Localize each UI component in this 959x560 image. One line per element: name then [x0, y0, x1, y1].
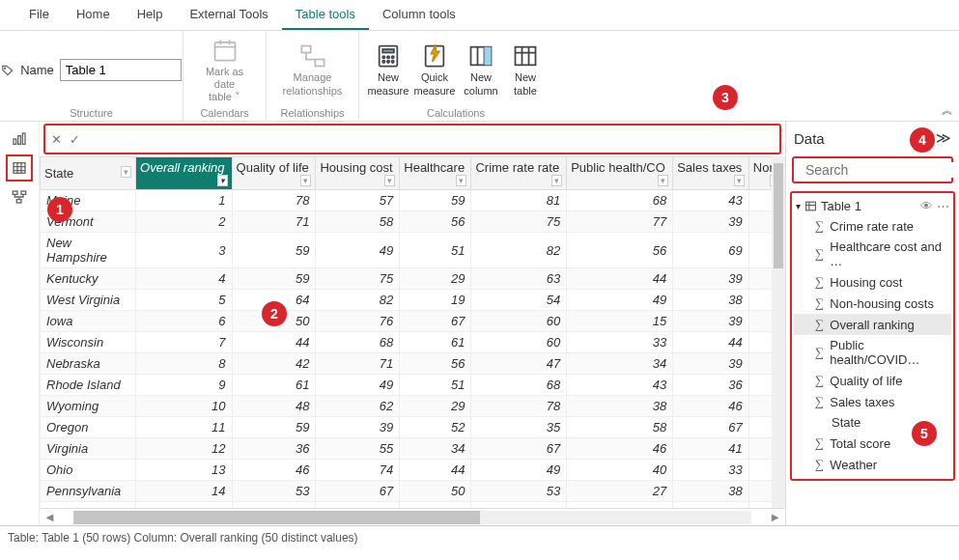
cancel-formula-icon[interactable]: ✕ — [51, 132, 62, 147]
cell[interactable]: 76 — [316, 311, 400, 332]
cell[interactable]: New Hampshire — [41, 233, 136, 268]
column-header[interactable]: Quality of life▾ — [232, 157, 316, 190]
table-row[interactable]: Kentucky4597529634439 — [41, 268, 785, 290]
table-row[interactable]: Virginia12365534674641 — [41, 438, 785, 460]
cell[interactable]: 63 — [471, 268, 567, 290]
cell[interactable]: 57 — [316, 190, 400, 211]
column-header[interactable]: Housing cost▾ — [316, 157, 400, 190]
menu-item-external-tools[interactable]: External Tools — [176, 0, 281, 30]
cell[interactable]: 49 — [567, 290, 673, 311]
cell[interactable]: 52 — [471, 502, 567, 509]
cell[interactable]: 39 — [673, 311, 749, 332]
cell[interactable]: Kentucky — [41, 268, 136, 290]
new-measure-button[interactable]: Newmeasure — [365, 42, 411, 97]
cell[interactable]: 51 — [400, 233, 471, 268]
cell[interactable]: 49 — [471, 460, 567, 481]
cell[interactable]: 77 — [567, 211, 673, 233]
table-row[interactable]: Oregon11593952355867 — [41, 417, 785, 438]
cell[interactable]: 14 — [136, 481, 233, 502]
column-filter-caret[interactable]: ▾ — [734, 175, 745, 186]
commit-formula-icon[interactable]: ✓ — [70, 132, 80, 147]
visibility-icon[interactable]: 👁 — [920, 199, 933, 213]
new-column-button[interactable]: Newcolumn — [458, 42, 504, 97]
cell[interactable]: 74 — [316, 460, 400, 481]
field-item[interactable]: ∑Housing cost — [794, 271, 951, 293]
table-row[interactable]: West Virginia5648219544938 — [41, 290, 785, 311]
cell[interactable]: 33 — [567, 332, 673, 353]
cell[interactable]: Delaware — [41, 502, 136, 509]
cell[interactable]: 35 — [471, 417, 567, 438]
field-item[interactable]: ∑Crime rate rate — [794, 215, 951, 237]
cell[interactable]: 41 — [673, 438, 749, 460]
cell[interactable]: 69 — [673, 233, 749, 268]
cell[interactable]: 53 — [232, 481, 316, 502]
cell[interactable]: 2 — [136, 211, 233, 233]
field-item[interactable]: ∑Overall ranking — [794, 314, 951, 335]
cell[interactable]: 34 — [567, 353, 673, 375]
cell[interactable]: 47 — [471, 353, 567, 375]
column-filter-caret[interactable]: ▾ — [658, 175, 668, 186]
mark-as-date-table-button[interactable]: Mark as date table ˅ — [195, 37, 255, 104]
new-table-button[interactable]: Newtable — [504, 42, 547, 97]
collapse-data-pane-icon[interactable]: ≫ — [936, 129, 951, 147]
cell[interactable]: 44 — [400, 460, 471, 481]
table-row[interactable]: Iowa6507667601539 — [41, 311, 785, 332]
cell[interactable]: 51 — [400, 375, 471, 396]
cell[interactable]: 39 — [316, 417, 400, 438]
cell[interactable]: 46 — [232, 460, 316, 481]
cell[interactable]: 52 — [400, 417, 471, 438]
cell[interactable]: 29 — [400, 396, 471, 417]
cell[interactable]: 43 — [673, 190, 749, 211]
cell[interactable]: 42 — [232, 353, 316, 375]
column-header[interactable]: Overall ranking▾ — [136, 157, 233, 190]
cell[interactable]: Rhode Island — [41, 375, 136, 396]
cell[interactable]: 19 — [400, 290, 471, 311]
field-item[interactable]: ∑Public health/COVID… — [794, 335, 951, 370]
cell[interactable]: 4 — [136, 268, 233, 290]
cell[interactable]: 59 — [232, 268, 316, 290]
cell[interactable]: 59 — [400, 190, 471, 211]
cell[interactable]: 44 — [673, 332, 749, 353]
quick-measure-button[interactable]: Quickmeasure — [411, 42, 458, 97]
cell[interactable]: 39 — [673, 211, 749, 233]
cell[interactable]: 48 — [232, 396, 316, 417]
cell[interactable]: 15 — [136, 502, 233, 509]
cell[interactable]: 58 — [316, 502, 400, 509]
table-row[interactable]: Vermont2715856757739 — [41, 211, 785, 233]
fields-table-header[interactable]: ▾ Table 1 👁 ⋯ — [794, 197, 951, 215]
cell[interactable]: West Virginia — [41, 290, 136, 311]
cell[interactable]: 1 — [136, 190, 233, 211]
ribbon-collapse-caret[interactable]: ︽ — [942, 102, 953, 119]
table-row[interactable]: Delaware15325853524568 — [41, 502, 785, 509]
cell[interactable]: 45 — [567, 502, 673, 509]
cell[interactable]: 71 — [232, 211, 316, 233]
cell[interactable]: 62 — [316, 396, 400, 417]
cell[interactable]: Virginia — [41, 438, 136, 460]
column-header[interactable]: State▾ — [41, 157, 136, 190]
cell[interactable]: 10 — [136, 396, 233, 417]
menu-item-column-tools[interactable]: Column tools — [369, 0, 469, 30]
cell[interactable]: 58 — [316, 211, 400, 233]
cell[interactable]: 56 — [567, 233, 673, 268]
cell[interactable]: 67 — [400, 311, 471, 332]
cell[interactable]: 56 — [400, 353, 471, 375]
cell[interactable]: Wyoming — [41, 396, 136, 417]
cell[interactable]: 34 — [400, 438, 471, 460]
cell[interactable]: 67 — [316, 481, 400, 502]
cell[interactable]: 60 — [471, 311, 567, 332]
cell[interactable]: 81 — [471, 190, 567, 211]
cell[interactable]: Iowa — [41, 311, 136, 332]
cell[interactable]: 44 — [567, 268, 673, 290]
horizontal-scrollbar[interactable]: ◄ ► — [40, 508, 785, 525]
field-item[interactable]: ∑Healthcare cost and … — [794, 237, 951, 271]
cell[interactable]: 12 — [136, 438, 233, 460]
cell[interactable]: 9 — [136, 375, 233, 396]
cell[interactable]: 38 — [673, 290, 749, 311]
column-header[interactable]: Sales taxes▾ — [673, 157, 749, 190]
column-header[interactable]: Crime rate rate▾ — [471, 157, 567, 190]
cell[interactable]: 71 — [316, 353, 400, 375]
cell[interactable]: 27 — [567, 481, 673, 502]
cell[interactable]: 75 — [471, 211, 567, 233]
cell[interactable]: 75 — [316, 268, 400, 290]
cell[interactable]: 5 — [136, 290, 233, 311]
